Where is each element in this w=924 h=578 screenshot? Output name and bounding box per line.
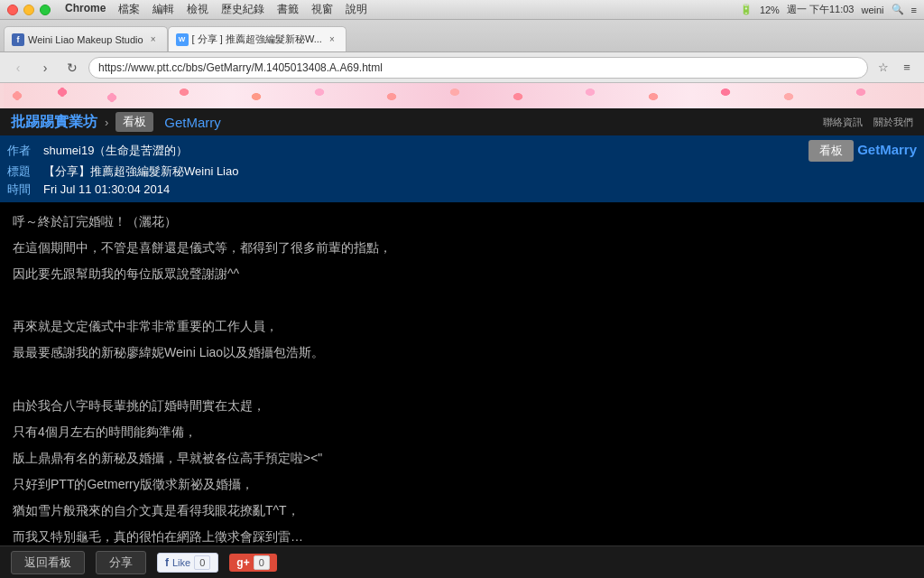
title-value: 【分享】推薦超強編髮新秘Weini Liao: [43, 163, 917, 180]
refresh-button[interactable]: ↻: [61, 57, 83, 79]
share-button[interactable]: 分享: [96, 551, 146, 574]
article-line2: 在這個期間中，不管是喜餅還是儀式等，都得到了很多前輩的指點，: [13, 238, 911, 258]
time-label: 時間: [7, 182, 43, 198]
board-badge-right[interactable]: 看板: [808, 140, 854, 162]
article-line12: 猶如雪片般飛來的自介文真是看得我眼花撩亂T^T，: [13, 500, 911, 521]
tab-title-2: [ 分享 ] 推薦超強編髮新秘W...: [192, 33, 322, 46]
article-line11: 只好到PTT的Getmerry版徵求新祕及婚攝，: [13, 474, 911, 495]
article-line9: 只有4個月左右的時間能夠準備，: [13, 422, 911, 443]
address-bar-row: ‹ › ↻ ☆ ≡: [0, 52, 924, 83]
gplus-box[interactable]: g+ 0: [229, 554, 276, 572]
author-label: 作者: [7, 143, 43, 159]
article-line3: 因此要先跟幫助我的每位版眾說聲謝謝^^: [13, 264, 911, 284]
fb-like-box[interactable]: f Like 0: [157, 553, 218, 573]
battery-icon: 🔋: [740, 4, 753, 15]
datetime: 週一 下午11:03: [787, 3, 855, 16]
menu-window[interactable]: 視窗: [306, 2, 338, 17]
fb-like-count: 0: [194, 555, 210, 570]
board-name[interactable]: GetMarry: [164, 115, 221, 130]
username: weini: [862, 5, 884, 15]
article-line10: 版上鼎鼎有名的新秘及婚攝，早就被各位高手預定啦><": [13, 448, 911, 469]
traffic-lights: [7, 5, 51, 15]
fb-icon: f: [165, 556, 169, 569]
tab-ptt[interactable]: W [ 分享 ] 推薦超強編髮新秘W... ×: [168, 26, 346, 51]
address-icons: ☆ ≡: [873, 58, 917, 78]
tab-bar: f Weini Liao Makeup Studio × W [ 分享 ] 推薦…: [0, 20, 924, 52]
gplus-count: 0: [254, 555, 270, 570]
minimize-button[interactable]: [23, 5, 34, 15]
menu-history[interactable]: 歷史紀錄: [216, 2, 270, 17]
ptt-header: 批踢踢實業坊 › 看板 GetMarry 聯絡資訊 關於我們: [0, 108, 924, 135]
ptt-logo: 批踢踢實業坊: [11, 113, 97, 132]
time-value: Fri Jul 11 01:30:04 2014: [43, 182, 917, 196]
article-line5: 再來就是文定儀式中非常非常重要的工作人員，: [13, 316, 911, 337]
settings-icon[interactable]: ≡: [897, 58, 917, 78]
ptt-header-links: 聯絡資訊 關於我們: [823, 116, 913, 129]
close-button[interactable]: [7, 5, 18, 15]
bottom-bar: 返回看板 分享 f Like 0 g+ 0: [0, 545, 924, 578]
search-icon[interactable]: 🔍: [892, 4, 904, 15]
breadcrumb-sep: ›: [105, 116, 108, 129]
mac-topbar: Chrome 檔案 編輯 檢視 歷史紀錄 書籤 視窗 說明 🔋 12% 週一 下…: [0, 0, 924, 20]
tab-weini[interactable]: f Weini Liao Makeup Studio ×: [4, 26, 168, 51]
tab-favicon-1: f: [12, 33, 24, 46]
gplus-icon: g+: [236, 556, 249, 569]
fb-like-label: Like: [172, 557, 190, 568]
board-label: 看板: [116, 112, 153, 132]
tab-close-2[interactable]: ×: [326, 33, 338, 46]
about-link[interactable]: 關於我們: [873, 116, 913, 129]
article-line1: 呼～終於訂完婚啦！（灑花）: [13, 211, 911, 232]
article-body: 呼～終於訂完婚啦！（灑花） 在這個期間中，不管是喜餅還是儀式等，都得到了很多前輩…: [0, 202, 924, 559]
title-label: 標題: [7, 163, 43, 180]
mac-menubar: Chrome 檔案 編輯 檢視 歷史紀錄 書籤 視窗 說明: [60, 2, 373, 17]
tab-close-1[interactable]: ×: [147, 33, 160, 46]
article-line6: 最最要感謝我的新秘廖緯妮Weini Liao以及婚攝包浩斯。: [13, 342, 911, 363]
menu-icon[interactable]: ≡: [911, 5, 917, 15]
contact-link[interactable]: 聯絡資訊: [823, 116, 863, 129]
app-name[interactable]: Chrome: [60, 2, 111, 17]
menu-help[interactable]: 說明: [340, 2, 373, 17]
article-line13: 而我又特別龜毛，真的很怕在網路上徵求會踩到雷…: [13, 527, 911, 547]
tab-title-1: Weini Liao Makeup Studio: [28, 34, 143, 45]
article-line4: [13, 290, 911, 311]
meta-row-author: 作者 shumei19（生命是苦澀的） 看板 GetMarry: [0, 139, 924, 163]
floral-pattern: [4, 83, 920, 108]
bookmark-icon[interactable]: ☆: [873, 58, 893, 78]
forward-button[interactable]: ›: [34, 57, 56, 79]
back-button[interactable]: ‹: [7, 57, 29, 79]
menu-edit[interactable]: 編輯: [147, 2, 180, 17]
article-line8: 由於我合八字時長輩挑的訂婚時間實在太趕，: [13, 396, 911, 416]
article-line7: [13, 369, 911, 390]
menu-bookmarks[interactable]: 書籤: [272, 2, 304, 17]
floral-bar: [0, 83, 924, 108]
board-name-right[interactable]: GetMarry: [857, 142, 917, 157]
back-to-board-button[interactable]: 返回看板: [11, 551, 85, 574]
meta-row-title: 標題 【分享】推薦超強編髮新秘Weini Liao: [0, 163, 924, 181]
maximize-button[interactable]: [40, 5, 51, 15]
battery-level: 12%: [760, 5, 780, 15]
author-value: shumei19（生命是苦澀的）: [43, 143, 801, 159]
address-input[interactable]: [88, 57, 868, 79]
article-meta: 作者 shumei19（生命是苦澀的） 看板 GetMarry 標題 【分享】推…: [0, 135, 924, 202]
menu-view[interactable]: 檢視: [181, 2, 214, 17]
tab-favicon-2: W: [176, 33, 189, 46]
chrome-window: f Weini Liao Makeup Studio × W [ 分享 ] 推薦…: [0, 20, 924, 559]
mac-topbar-right: 🔋 12% 週一 下午11:03 weini 🔍 ≡: [740, 3, 917, 16]
meta-row-time: 時間 Fri Jul 11 01:30:04 2014: [0, 181, 924, 199]
menu-file[interactable]: 檔案: [113, 2, 145, 17]
